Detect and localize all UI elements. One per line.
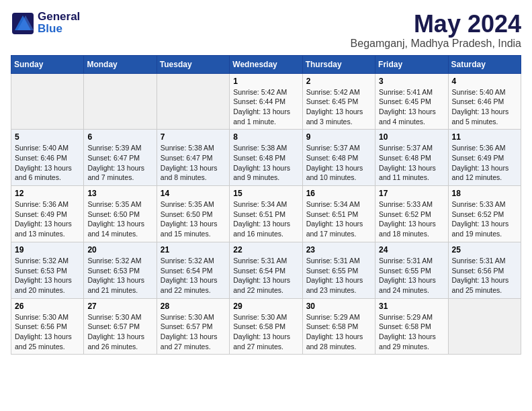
calendar-week-3: 12Sunrise: 5:36 AM Sunset: 6:49 PM Dayli…	[11, 186, 521, 242]
calendar-cell: 21Sunrise: 5:32 AM Sunset: 6:54 PM Dayli…	[157, 242, 229, 298]
day-info: Sunrise: 5:30 AM Sunset: 6:56 PM Dayligh…	[15, 312, 80, 352]
calendar-week-5: 26Sunrise: 5:30 AM Sunset: 6:56 PM Dayli…	[11, 298, 521, 355]
day-info: Sunrise: 5:41 AM Sunset: 6:45 PM Dayligh…	[379, 87, 444, 127]
day-info: Sunrise: 5:31 AM Sunset: 6:55 PM Dayligh…	[379, 256, 444, 295]
day-info: Sunrise: 5:35 AM Sunset: 6:50 PM Dayligh…	[161, 199, 226, 239]
calendar-cell: 26Sunrise: 5:30 AM Sunset: 6:56 PM Dayli…	[11, 298, 84, 355]
calendar-cell: 19Sunrise: 5:32 AM Sunset: 6:53 PM Dayli…	[11, 242, 84, 298]
weekday-header-wednesday: Wednesday	[230, 55, 302, 73]
weekday-header-thursday: Thursday	[302, 55, 375, 73]
day-number: 12	[15, 189, 80, 198]
weekday-header-sunday: Sunday	[11, 55, 84, 73]
weekday-header-saturday: Saturday	[448, 55, 521, 73]
day-info: Sunrise: 5:30 AM Sunset: 6:57 PM Dayligh…	[87, 312, 152, 352]
weekday-header-tuesday: Tuesday	[157, 55, 229, 73]
day-info: Sunrise: 5:34 AM Sunset: 6:51 PM Dayligh…	[233, 199, 298, 239]
day-info: Sunrise: 5:42 AM Sunset: 6:44 PM Dayligh…	[233, 87, 298, 127]
day-info: Sunrise: 5:32 AM Sunset: 6:53 PM Dayligh…	[15, 256, 80, 295]
calendar-cell: 23Sunrise: 5:31 AM Sunset: 6:55 PM Dayli…	[302, 242, 375, 298]
day-info: Sunrise: 5:36 AM Sunset: 6:49 PM Dayligh…	[452, 143, 517, 183]
day-number: 1	[233, 77, 298, 86]
day-info: Sunrise: 5:38 AM Sunset: 6:48 PM Dayligh…	[233, 143, 298, 183]
day-number: 2	[306, 77, 371, 86]
calendar-cell: 2Sunrise: 5:42 AM Sunset: 6:45 PM Daylig…	[302, 73, 375, 130]
calendar-cell: 29Sunrise: 5:30 AM Sunset: 6:58 PM Dayli…	[230, 298, 302, 355]
calendar-cell	[157, 73, 229, 130]
calendar-cell: 11Sunrise: 5:36 AM Sunset: 6:49 PM Dayli…	[448, 130, 521, 186]
day-info: Sunrise: 5:31 AM Sunset: 6:55 PM Dayligh…	[306, 256, 371, 295]
calendar-cell: 27Sunrise: 5:30 AM Sunset: 6:57 PM Dayli…	[84, 298, 157, 355]
day-info: Sunrise: 5:34 AM Sunset: 6:51 PM Dayligh…	[306, 199, 371, 239]
calendar-cell: 14Sunrise: 5:35 AM Sunset: 6:50 PM Dayli…	[157, 186, 229, 242]
day-number: 25	[452, 245, 517, 255]
day-number: 9	[306, 132, 371, 142]
calendar-cell: 28Sunrise: 5:30 AM Sunset: 6:57 PM Dayli…	[157, 298, 229, 355]
calendar-week-4: 19Sunrise: 5:32 AM Sunset: 6:53 PM Dayli…	[11, 242, 521, 298]
day-number: 30	[306, 302, 371, 311]
day-number: 3	[379, 77, 444, 86]
logo-general-text: General	[38, 11, 80, 22]
calendar-cell: 18Sunrise: 5:33 AM Sunset: 6:52 PM Dayli…	[448, 186, 521, 242]
day-number: 21	[161, 245, 226, 255]
day-info: Sunrise: 5:37 AM Sunset: 6:48 PM Dayligh…	[379, 143, 444, 183]
day-info: Sunrise: 5:33 AM Sunset: 6:52 PM Dayligh…	[452, 199, 517, 239]
calendar-cell	[84, 73, 157, 130]
day-number: 13	[87, 189, 152, 198]
calendar-cell: 10Sunrise: 5:37 AM Sunset: 6:48 PM Dayli…	[375, 130, 448, 186]
calendar-cell: 8Sunrise: 5:38 AM Sunset: 6:48 PM Daylig…	[230, 130, 302, 186]
day-info: Sunrise: 5:31 AM Sunset: 6:56 PM Dayligh…	[452, 256, 517, 295]
day-number: 28	[161, 302, 226, 311]
logo-icon	[11, 11, 35, 36]
calendar-header: SundayMondayTuesdayWednesdayThursdayFrid…	[11, 55, 521, 73]
weekday-header-friday: Friday	[375, 55, 448, 73]
day-info: Sunrise: 5:29 AM Sunset: 6:58 PM Dayligh…	[306, 312, 371, 352]
day-info: Sunrise: 5:42 AM Sunset: 6:45 PM Dayligh…	[306, 87, 371, 127]
calendar-cell: 31Sunrise: 5:29 AM Sunset: 6:58 PM Dayli…	[375, 298, 448, 355]
calendar-cell: 24Sunrise: 5:31 AM Sunset: 6:55 PM Dayli…	[375, 242, 448, 298]
day-number: 17	[379, 189, 444, 198]
day-info: Sunrise: 5:30 AM Sunset: 6:58 PM Dayligh…	[233, 312, 298, 352]
day-info: Sunrise: 5:30 AM Sunset: 6:57 PM Dayligh…	[161, 312, 226, 352]
day-info: Sunrise: 5:39 AM Sunset: 6:47 PM Dayligh…	[87, 143, 152, 183]
calendar-cell: 17Sunrise: 5:33 AM Sunset: 6:52 PM Dayli…	[375, 186, 448, 242]
calendar-table: SundayMondayTuesdayWednesdayThursdayFrid…	[11, 55, 521, 355]
day-info: Sunrise: 5:37 AM Sunset: 6:48 PM Dayligh…	[306, 143, 371, 183]
calendar-cell: 30Sunrise: 5:29 AM Sunset: 6:58 PM Dayli…	[302, 298, 375, 355]
calendar-cell: 4Sunrise: 5:40 AM Sunset: 6:46 PM Daylig…	[448, 73, 521, 130]
day-number: 29	[233, 302, 298, 311]
day-info: Sunrise: 5:38 AM Sunset: 6:47 PM Dayligh…	[161, 143, 226, 183]
calendar-cell: 25Sunrise: 5:31 AM Sunset: 6:56 PM Dayli…	[448, 242, 521, 298]
logo-text: General Blue	[38, 11, 80, 36]
calendar-week-1: 1Sunrise: 5:42 AM Sunset: 6:44 PM Daylig…	[11, 73, 521, 130]
day-number: 22	[233, 245, 298, 255]
day-number: 18	[452, 189, 517, 198]
day-number: 8	[233, 132, 298, 142]
calendar-week-2: 5Sunrise: 5:40 AM Sunset: 6:46 PM Daylig…	[11, 130, 521, 186]
calendar-title: May 2024	[351, 11, 521, 38]
day-info: Sunrise: 5:36 AM Sunset: 6:49 PM Dayligh…	[15, 199, 80, 239]
day-number: 14	[161, 189, 226, 198]
day-number: 6	[87, 132, 152, 142]
calendar-cell: 6Sunrise: 5:39 AM Sunset: 6:47 PM Daylig…	[84, 130, 157, 186]
calendar-cell: 1Sunrise: 5:42 AM Sunset: 6:44 PM Daylig…	[230, 73, 302, 130]
calendar-cell: 16Sunrise: 5:34 AM Sunset: 6:51 PM Dayli…	[302, 186, 375, 242]
day-number: 31	[379, 302, 444, 311]
day-info: Sunrise: 5:40 AM Sunset: 6:46 PM Dayligh…	[452, 87, 517, 127]
day-number: 24	[379, 245, 444, 255]
day-number: 15	[233, 189, 298, 198]
calendar-location: Begamganj, Madhya Pradesh, India	[351, 38, 521, 50]
title-block: May 2024 Begamganj, Madhya Pradesh, Indi…	[351, 11, 521, 50]
day-number: 20	[87, 245, 152, 255]
calendar-cell: 15Sunrise: 5:34 AM Sunset: 6:51 PM Dayli…	[230, 186, 302, 242]
page-header: General Blue May 2024 Begamganj, Madhya …	[11, 11, 521, 50]
day-info: Sunrise: 5:40 AM Sunset: 6:46 PM Dayligh…	[15, 143, 80, 183]
day-info: Sunrise: 5:33 AM Sunset: 6:52 PM Dayligh…	[379, 199, 444, 239]
day-number: 23	[306, 245, 371, 255]
calendar-cell: 5Sunrise: 5:40 AM Sunset: 6:46 PM Daylig…	[11, 130, 84, 186]
calendar-cell	[11, 73, 84, 130]
calendar-cell: 12Sunrise: 5:36 AM Sunset: 6:49 PM Dayli…	[11, 186, 84, 242]
calendar-cell: 20Sunrise: 5:32 AM Sunset: 6:53 PM Dayli…	[84, 242, 157, 298]
day-info: Sunrise: 5:32 AM Sunset: 6:53 PM Dayligh…	[87, 256, 152, 295]
calendar-cell: 9Sunrise: 5:37 AM Sunset: 6:48 PM Daylig…	[302, 130, 375, 186]
day-info: Sunrise: 5:31 AM Sunset: 6:54 PM Dayligh…	[233, 256, 298, 295]
